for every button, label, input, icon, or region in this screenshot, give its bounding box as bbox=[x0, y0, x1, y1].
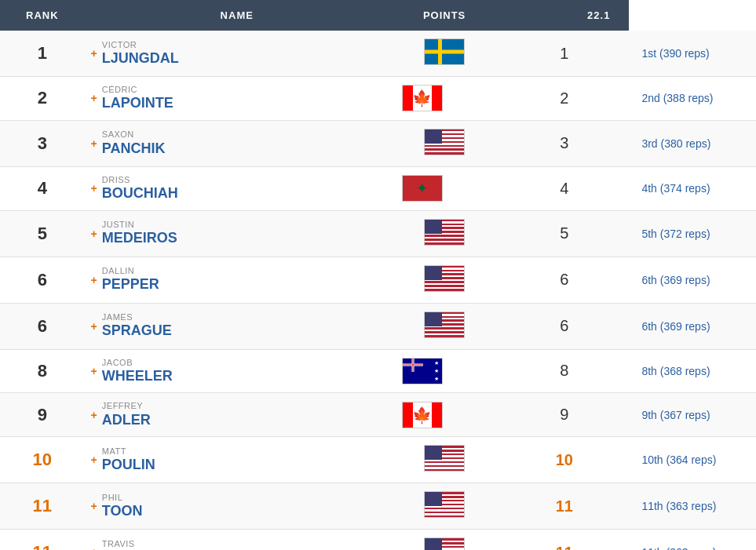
flag-mar: ✦ bbox=[402, 175, 443, 202]
points-cell: 9 bbox=[499, 393, 629, 437]
athlete-last-name: POULIN bbox=[102, 457, 155, 474]
athlete-first-name: CÉDRIC bbox=[102, 85, 173, 95]
expand-icon[interactable]: + bbox=[91, 137, 97, 150]
score-cell: 6th (369 reps) bbox=[629, 303, 756, 349]
score-cell: 2nd (388 reps) bbox=[629, 77, 756, 121]
flag-can: 🍁 bbox=[402, 402, 443, 428]
expand-icon[interactable]: + bbox=[91, 409, 97, 421]
athlete-last-name: TOON bbox=[102, 503, 143, 520]
score-cell: 3rd (380 reps) bbox=[629, 120, 756, 166]
score-cell: 8th (368 reps) bbox=[629, 349, 756, 393]
name-header: NAME bbox=[85, 0, 389, 31]
rank-cell: 4 bbox=[0, 166, 85, 210]
expand-icon[interactable]: + bbox=[91, 274, 97, 286]
athlete-first-name: DALLIN bbox=[102, 266, 159, 276]
score-cell: 10th (364 reps) bbox=[629, 437, 756, 483]
name-cell: +JEFFREYADLER bbox=[85, 393, 389, 437]
flag-usa bbox=[424, 311, 465, 338]
athlete-last-name: MEDEIROS bbox=[102, 230, 177, 247]
name-cell: +JUSTINMEDEIROS bbox=[85, 210, 389, 257]
table-row: 5+JUSTINMEDEIROS55th (372 reps) bbox=[0, 210, 756, 257]
rank-cell: 5 bbox=[0, 210, 85, 257]
rank-cell: 11 bbox=[0, 483, 85, 530]
name-cell: +PHILTOON bbox=[85, 483, 389, 530]
flag-cell bbox=[389, 31, 499, 77]
score-header: 22.1 bbox=[499, 0, 629, 31]
athlete-first-name: VICTOR bbox=[102, 40, 179, 50]
score-cell: 4th (374 reps) bbox=[629, 166, 756, 210]
score-cell: 5th (372 reps) bbox=[629, 210, 756, 257]
flag-cell: ★ ★ ★ bbox=[389, 349, 499, 393]
flag-usa bbox=[424, 491, 465, 518]
flag-cell bbox=[389, 483, 499, 530]
flag-usa bbox=[424, 129, 465, 155]
points-cell: 11 bbox=[499, 483, 629, 530]
score-cell: 11th (363 reps) bbox=[629, 530, 756, 550]
athlete-first-name: JACOB bbox=[102, 358, 173, 368]
athlete-last-name: LAPOINTE bbox=[102, 95, 173, 112]
rank-header: RANK bbox=[0, 0, 85, 31]
table-row: 10+MATTPOULIN1010th (364 reps) bbox=[0, 437, 756, 483]
athlete-last-name: BOUCHIAH bbox=[102, 185, 178, 202]
expand-icon[interactable]: + bbox=[91, 546, 97, 550]
name-cell: +VICTORLJUNGDAL bbox=[85, 31, 389, 77]
flag-usa bbox=[424, 445, 465, 472]
flag-cell bbox=[389, 257, 499, 303]
points-cell: 5 bbox=[499, 210, 629, 257]
expand-icon[interactable]: + bbox=[91, 92, 97, 104]
flag-swe bbox=[424, 38, 465, 65]
points-cell: 3 bbox=[499, 120, 629, 166]
athlete-first-name: SAXON bbox=[102, 129, 166, 140]
flag-cell: 🍁 bbox=[389, 393, 499, 437]
expand-icon[interactable]: + bbox=[91, 228, 97, 240]
points-cell: 10 bbox=[499, 437, 629, 483]
points-cell: 2 bbox=[499, 77, 629, 121]
name-cell: +MATTPOULIN bbox=[85, 437, 389, 483]
athlete-first-name: TRAVIS bbox=[102, 539, 144, 549]
athlete-last-name: PANCHIK bbox=[102, 140, 166, 158]
flag-cell bbox=[389, 303, 499, 349]
rank-cell: 3 bbox=[0, 120, 85, 166]
points-header: POINTS bbox=[389, 0, 499, 31]
name-cell: +JACOBWHEELER bbox=[85, 349, 389, 393]
name-cell: +CÉDRICLAPOINTE bbox=[85, 77, 389, 121]
points-cell: 11 bbox=[499, 530, 629, 550]
score-cell: 9th (367 reps) bbox=[629, 393, 756, 437]
rank-cell: 10 bbox=[0, 437, 85, 483]
athlete-first-name: JUSTIN bbox=[102, 220, 177, 230]
expand-icon[interactable]: + bbox=[91, 47, 97, 60]
expand-icon[interactable]: + bbox=[91, 320, 97, 333]
expand-icon[interactable]: + bbox=[91, 365, 97, 377]
rank-cell: 8 bbox=[0, 349, 85, 393]
points-cell: 6 bbox=[499, 257, 629, 303]
expand-icon[interactable]: + bbox=[91, 182, 97, 195]
table-row: 6+JAMESSPRAGUE66th (369 reps) bbox=[0, 303, 756, 349]
athlete-last-name: PEPPER bbox=[102, 276, 159, 293]
flag-usa bbox=[424, 537, 465, 550]
table-row: 8+JACOBWHEELER ★ ★ ★ 88th (368 reps) bbox=[0, 349, 756, 393]
flag-can: 🍁 bbox=[402, 85, 443, 111]
score-cell: 6th (369 reps) bbox=[629, 257, 756, 303]
expand-icon[interactable]: + bbox=[91, 453, 97, 466]
rank-cell: 11 bbox=[0, 530, 85, 550]
rank-cell: 6 bbox=[0, 303, 85, 349]
name-cell: +DALLINPEPPER bbox=[85, 257, 389, 303]
flag-cell bbox=[389, 210, 499, 257]
athlete-first-name: MATT bbox=[102, 446, 155, 457]
athlete-first-name: DRISS bbox=[102, 175, 178, 185]
name-cell: +DRISSBOUCHIAH bbox=[85, 166, 389, 210]
rank-cell: 9 bbox=[0, 393, 85, 437]
flag-cell: ✦ bbox=[389, 166, 499, 210]
rank-cell: 1 bbox=[0, 31, 85, 77]
name-cell: +JAMESSPRAGUE bbox=[85, 303, 389, 349]
table-row: 3+SAXONPANCHIK33rd (380 reps) bbox=[0, 120, 756, 166]
rank-cell: 6 bbox=[0, 257, 85, 303]
flag-usa bbox=[424, 265, 465, 292]
name-cell: +SAXONPANCHIK bbox=[85, 120, 389, 166]
table-row: 9+JEFFREYADLER🍁99th (367 reps) bbox=[0, 393, 756, 437]
flag-cell bbox=[389, 530, 499, 550]
expand-icon[interactable]: + bbox=[91, 500, 97, 512]
flag-cell: 🍁 bbox=[389, 77, 499, 121]
flag-cell bbox=[389, 120, 499, 166]
athlete-last-name: SPRAGUE bbox=[102, 322, 172, 340]
